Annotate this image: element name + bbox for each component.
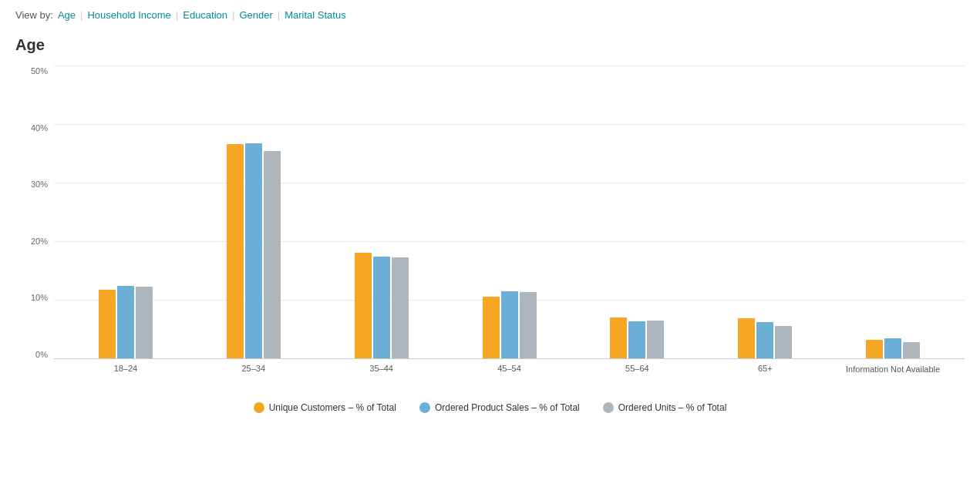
x-label-18-24: 18–24 [62, 364, 190, 373]
bar-35-44-orange [355, 253, 372, 359]
chart-legend: Unique Customers – % of Total Ordered Pr… [15, 402, 965, 413]
nav-link-household-income[interactable]: Household Income [87, 9, 170, 21]
nav-link-education[interactable]: Education [183, 9, 227, 21]
legend-label-ordered-product-sales: Ordered Product Sales – % of Total [435, 402, 580, 413]
bar-65plus-gray [775, 326, 792, 359]
bar-55-64-gray [647, 321, 664, 359]
bar-55-64-blue [628, 321, 645, 359]
legend-item-ordered-units: Ordered Units – % of Total [603, 402, 727, 413]
legend-item-unique-customers: Unique Customers – % of Total [254, 402, 396, 413]
y-label-50: 50% [31, 66, 48, 76]
y-axis: 0% 10% 20% 30% 40% 50% [15, 66, 54, 359]
legend-dot-ordered-product-sales [419, 402, 430, 413]
bar-18-24-blue [117, 286, 134, 359]
x-label-35-44: 35–44 [318, 364, 446, 373]
separator-2: | [176, 9, 178, 21]
y-label-10: 10% [31, 293, 48, 302]
legend-label-ordered-units: Ordered Units – % of Total [618, 402, 727, 413]
bar-18-24-orange [99, 290, 116, 359]
x-label-65plus: 65+ [701, 364, 829, 373]
bar-18-24-gray [136, 287, 153, 359]
bar-group-45-54 [446, 291, 574, 359]
bar-info-na-gray [903, 342, 920, 359]
bar-25-34-blue [245, 143, 262, 359]
separator-1: | [80, 9, 83, 21]
view-by-nav: View by: Age | Household Income | Educat… [15, 9, 965, 21]
legend-label-unique-customers: Unique Customers – % of Total [269, 402, 396, 413]
bar-35-44-blue [373, 257, 390, 359]
nav-link-gender[interactable]: Gender [239, 9, 272, 21]
chart-plot [54, 66, 965, 359]
bar-45-54-orange [483, 297, 500, 359]
separator-4: | [278, 9, 280, 21]
view-by-label: View by: [15, 9, 53, 21]
y-label-40: 40% [31, 123, 48, 133]
bar-group-55-64 [573, 317, 701, 359]
bar-45-54-gray [520, 292, 537, 359]
bars-container [54, 66, 965, 359]
x-label-info-na: Information Not Available [829, 364, 957, 375]
bar-45-54-blue [501, 291, 518, 359]
bar-35-44-gray [392, 257, 409, 359]
x-axis: 18–24 25–34 35–44 45–54 55–64 65+ Inform… [54, 359, 965, 390]
bar-55-64-orange [610, 317, 627, 359]
bar-group-25-34 [190, 143, 318, 359]
bar-25-34-orange [227, 144, 244, 359]
x-label-25-34: 25–34 [190, 364, 318, 373]
y-label-30: 30% [31, 180, 48, 189]
bar-25-34-gray [264, 151, 281, 359]
legend-dot-unique-customers [254, 402, 264, 413]
bar-65plus-orange [738, 318, 755, 359]
nav-link-marital-status[interactable]: Marital Status [285, 9, 345, 21]
bar-65plus-blue [756, 322, 773, 359]
y-label-20: 20% [31, 237, 48, 246]
x-label-55-64: 55–64 [573, 364, 701, 373]
bar-group-18-24 [62, 286, 190, 359]
bar-info-na-blue [884, 338, 901, 359]
bar-group-35-44 [318, 253, 446, 359]
nav-link-age[interactable]: Age [58, 9, 76, 21]
bar-group-65plus [701, 318, 829, 359]
legend-item-ordered-product-sales: Ordered Product Sales – % of Total [419, 402, 580, 413]
chart-area: 0% 10% 20% 30% 40% 50% [15, 66, 965, 390]
x-label-45-54: 45–54 [446, 364, 574, 373]
y-label-0: 0% [35, 350, 48, 359]
separator-3: | [232, 9, 234, 21]
chart-title: Age [15, 36, 965, 54]
bar-group-info-na [829, 338, 957, 359]
legend-dot-ordered-units [603, 402, 614, 413]
bar-info-na-orange [866, 340, 883, 359]
